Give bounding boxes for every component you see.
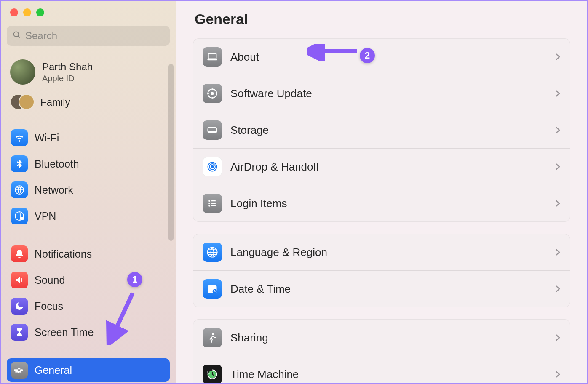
- sidebar-item-label: Screen Time: [35, 326, 94, 339]
- sidebar-item-label: Sound: [35, 274, 65, 286]
- bell-icon: [11, 245, 28, 262]
- sidebar-item-label: Notifications: [35, 248, 92, 260]
- chevron-right-icon: [555, 52, 561, 62]
- svg-line-1: [18, 36, 20, 38]
- sidebar-item-focus[interactable]: Focus: [7, 294, 170, 318]
- annotation-arrow-2: [307, 44, 361, 61]
- sidebar-item-label: Bluetooth: [35, 158, 79, 170]
- zoom-button[interactable]: [36, 8, 44, 16]
- sidebar-item-bluetooth[interactable]: Bluetooth: [7, 152, 170, 176]
- panel-row-label: About: [230, 51, 546, 64]
- panel-row-airdrop-handoff[interactable]: AirDrop & Handoff: [193, 149, 570, 185]
- sidebar-item-label: General: [35, 364, 72, 376]
- sidebar-item-label: Focus: [35, 300, 63, 312]
- annotation-badge-1: 1: [127, 272, 142, 287]
- sidebar-item-screen-time[interactable]: Screen Time: [7, 320, 170, 344]
- annotation-badge-2: 2: [360, 48, 375, 63]
- sidebar: Parth Shah Apple ID Family Wi-FiBluetoot…: [1, 1, 176, 383]
- account-section: Parth Shah Apple ID Family: [1, 48, 176, 117]
- chevron-right-icon: [555, 284, 561, 294]
- sidebar-item-general[interactable]: General: [7, 358, 170, 382]
- panel-row-sharing[interactable]: Sharing: [193, 320, 570, 356]
- settings-panel: SharingTime Machine: [193, 319, 570, 383]
- search-icon: [13, 31, 21, 41]
- chevron-right-icon: [555, 88, 561, 99]
- chevron-right-icon: [555, 198, 561, 208]
- sidebar-item-sound[interactable]: Sound: [7, 268, 170, 292]
- vpn-icon: [11, 208, 28, 224]
- panel-row-label: Software Update: [230, 87, 546, 100]
- airdrop-icon: [203, 157, 222, 176]
- panel-row-label: Sharing: [230, 331, 546, 344]
- chevron-right-icon: [555, 333, 561, 343]
- sidebar-item-network[interactable]: Network: [7, 178, 170, 202]
- apple-id-row[interactable]: Parth Shah Apple ID: [7, 57, 170, 87]
- globe-icon: [11, 181, 28, 198]
- sidebar-item-label: Network: [35, 184, 73, 196]
- family-avatars: [10, 94, 34, 111]
- user-avatar: [10, 59, 35, 85]
- panel-row-language-region[interactable]: Language & Region: [193, 234, 570, 271]
- laptop-icon: [203, 47, 222, 67]
- family-row[interactable]: Family: [7, 91, 170, 113]
- calendar-icon: [203, 279, 222, 299]
- apple-id-label: Apple ID: [42, 74, 93, 83]
- panel-row-label: AirDrop & Handoff: [230, 160, 546, 173]
- sidebar-item-notifications[interactable]: Notifications: [7, 242, 170, 266]
- chevron-right-icon: [555, 125, 561, 135]
- globe-icon: [203, 243, 222, 262]
- family-label: Family: [40, 96, 70, 108]
- user-name: Parth Shah: [42, 61, 93, 73]
- clock-arrow-icon: [203, 365, 222, 383]
- panel-row-storage[interactable]: Storage: [193, 112, 570, 149]
- annotation-arrow-1: [105, 291, 143, 345]
- panel-row-label: Time Machine: [230, 368, 546, 381]
- list-icon: [203, 194, 222, 213]
- settings-panel: Language & RegionDate & Time: [193, 234, 570, 307]
- sidebar-list: Wi-FiBluetoothNetworkVPNNotificationsSou…: [1, 117, 176, 382]
- bluetooth-icon: [11, 155, 28, 172]
- panel-row-login-items[interactable]: Login Items: [193, 185, 570, 221]
- settings-panel: AboutSoftware UpdateStorageAirDrop & Han…: [193, 38, 570, 222]
- moon-icon: [11, 298, 28, 315]
- sidebar-item-label: VPN: [35, 210, 56, 222]
- chevron-right-icon: [555, 369, 561, 379]
- search-input[interactable]: [25, 30, 164, 42]
- speaker-icon: [11, 272, 28, 288]
- panel-row-date-time[interactable]: Date & Time: [193, 271, 570, 307]
- gear-tick-icon: [203, 84, 222, 103]
- close-button[interactable]: [10, 8, 18, 16]
- panel-row-label: Date & Time: [230, 283, 546, 296]
- panel-row-about[interactable]: About: [193, 39, 570, 75]
- content-area: 2 General AboutSoftware UpdateStorageAir…: [176, 1, 587, 383]
- panel-row-label: Storage: [230, 124, 546, 137]
- sidebar-item-vpn[interactable]: VPN: [7, 204, 170, 228]
- gear-icon: [11, 362, 28, 379]
- panel-row-label: Language & Region: [230, 246, 546, 259]
- chevron-right-icon: [555, 247, 561, 257]
- minimize-button[interactable]: [23, 8, 31, 16]
- panel-row-software-update[interactable]: Software Update: [193, 75, 570, 112]
- sidebar-item-label: Wi-Fi: [35, 132, 59, 144]
- window-controls: [1, 8, 176, 16]
- walk-icon: [203, 328, 222, 347]
- svg-point-0: [14, 32, 19, 37]
- chevron-right-icon: [555, 162, 561, 172]
- disk-icon: [203, 120, 222, 140]
- search-box[interactable]: [7, 26, 170, 46]
- wifi-icon: [11, 129, 28, 146]
- search-container: [1, 16, 176, 48]
- hourglass-icon: [11, 324, 28, 341]
- panel-row-time-machine[interactable]: Time Machine: [193, 356, 570, 383]
- sidebar-item-wi-fi[interactable]: Wi-Fi: [7, 126, 170, 149]
- panel-row-label: Login Items: [230, 197, 546, 210]
- page-title: General: [195, 11, 570, 27]
- sidebar-scrollbar[interactable]: [168, 64, 174, 241]
